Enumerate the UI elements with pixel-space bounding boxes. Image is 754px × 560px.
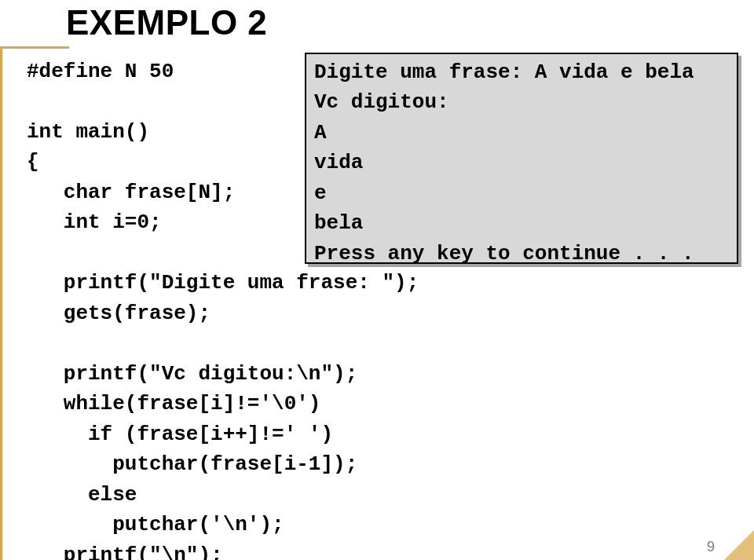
output-box: Digite uma frase: A vida e bela Vc digit… <box>305 53 738 264</box>
corner-fold-icon <box>724 530 754 560</box>
accent-line-top <box>0 46 69 49</box>
page-title: EXEMPLO 2 <box>66 3 267 42</box>
accent-line-side <box>0 46 2 560</box>
page-number: 9 <box>707 539 715 555</box>
